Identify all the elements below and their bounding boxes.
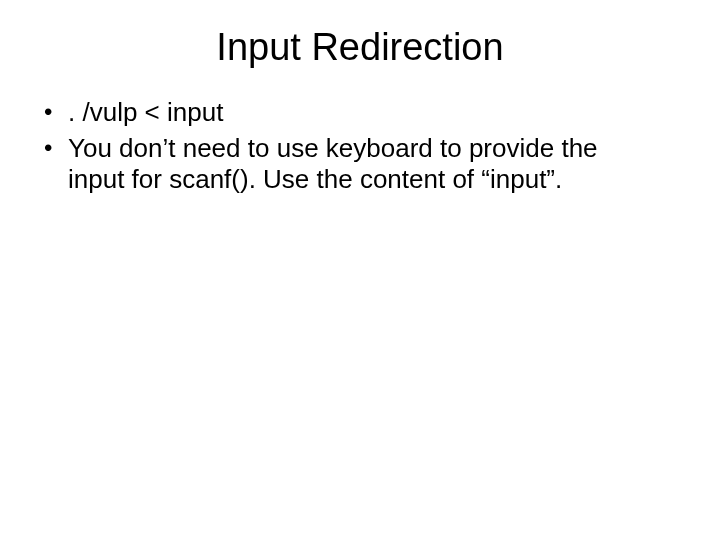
slide-title: Input Redirection xyxy=(0,0,720,97)
slide-body: . /vulp < input You don’t need to use ke… xyxy=(0,97,720,196)
bullet-item: . /vulp < input xyxy=(40,97,660,129)
bullet-list: . /vulp < input You don’t need to use ke… xyxy=(40,97,660,196)
bullet-text: You don’t need to use keyboard to provid… xyxy=(68,133,598,195)
bullet-text: . /vulp < input xyxy=(68,97,223,127)
bullet-item: You don’t need to use keyboard to provid… xyxy=(40,133,660,196)
slide: Input Redirection . /vulp < input You do… xyxy=(0,0,720,540)
